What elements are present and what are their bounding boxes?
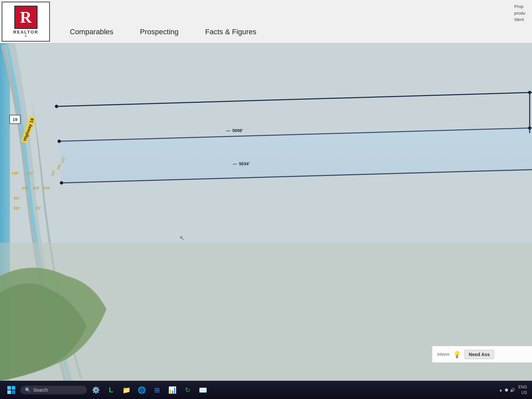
top-navigation: R REALTOR ® Comparables Prospecting Fact… bbox=[0, 0, 532, 43]
nav-facts-figures[interactable]: Facts & Figures bbox=[202, 26, 260, 38]
info-bar: Inform 💡 Need Ass bbox=[432, 346, 532, 362]
dim-112: 112' bbox=[50, 170, 56, 177]
dim-476-1: 476' bbox=[22, 186, 29, 190]
taskbar-app-folder[interactable]: 📁 bbox=[120, 384, 133, 396]
system-lang: ENG bbox=[518, 384, 527, 390]
info-icon: 💡 bbox=[453, 350, 461, 358]
taskbar-app-gear[interactable]: ⚙️ bbox=[89, 384, 102, 396]
nav-right-line2: produ bbox=[514, 10, 525, 17]
windows-logo-icon bbox=[7, 386, 15, 394]
svg-point-5 bbox=[528, 91, 531, 94]
taskbar-clock[interactable]: ENG US bbox=[518, 384, 527, 396]
svg-marker-3 bbox=[59, 128, 532, 183]
system-locale: US bbox=[518, 390, 527, 396]
highway-name-label: Highway 19 bbox=[21, 116, 36, 143]
taskbar-app-edge[interactable]: 🌐 bbox=[135, 384, 148, 396]
taskbar-app-store[interactable]: ⊞ bbox=[151, 384, 163, 396]
dim-476-3: 476' bbox=[43, 186, 50, 190]
windows-taskbar: 🔍 Search ⚙️ L 📁 🌐 ⊞ 📊 ↻ ✉️ ▲ ⬟ 🔊 ENG US bbox=[0, 381, 532, 399]
info-label: Inform bbox=[437, 352, 450, 357]
dim-476-2: 476' bbox=[33, 186, 40, 190]
svg-line-2 bbox=[62, 170, 532, 183]
taskbar-system-tray: ▲ ⬟ 🔊 ENG US bbox=[499, 384, 527, 396]
svg-line-1 bbox=[59, 128, 532, 141]
taskbar-search-label: Search bbox=[33, 387, 48, 393]
nav-right-line1: Prop bbox=[514, 3, 525, 10]
measurement-5034: 5034' bbox=[233, 161, 250, 166]
nav-prospecting[interactable]: Prospecting bbox=[137, 26, 182, 38]
tray-network: ⬟ bbox=[505, 388, 508, 392]
svg-point-9 bbox=[60, 181, 63, 185]
highway-number: 19 bbox=[13, 117, 17, 122]
taskbar-app-l[interactable]: L bbox=[105, 384, 117, 396]
tray-volume: 🔊 bbox=[510, 388, 515, 392]
svg-line-0 bbox=[57, 92, 532, 106]
map-area: 19 Highway 19 5006' 5034' 149' 111' 476'… bbox=[0, 43, 532, 381]
map-svg-overlay bbox=[0, 43, 532, 381]
nav-right-info: Prop produ Ident bbox=[514, 3, 525, 23]
realtor-r-icon: R bbox=[14, 6, 38, 29]
dim-281: 281' bbox=[56, 163, 62, 170]
dim-171: 171' bbox=[60, 156, 66, 164]
nav-right-line3: Ident bbox=[514, 16, 525, 23]
taskbar-app-refresh[interactable]: ↻ bbox=[181, 384, 194, 396]
dim-481: 481' bbox=[13, 196, 20, 200]
realtor-brand-text: REALTOR bbox=[13, 30, 39, 35]
mouse-cursor: ↖ bbox=[180, 234, 185, 241]
svg-point-6 bbox=[528, 126, 531, 130]
nav-menu: Comparables Prospecting Facts & Figures bbox=[66, 26, 260, 40]
measurement-5006: 5006' bbox=[226, 128, 243, 133]
svg-point-8 bbox=[58, 140, 61, 143]
tray-chevron[interactable]: ▲ bbox=[499, 388, 503, 392]
dim-163: 163' bbox=[13, 206, 20, 210]
nav-comparables[interactable]: Comparables bbox=[66, 26, 117, 38]
taskbar-app-mail[interactable]: ✉️ bbox=[197, 384, 209, 396]
svg-point-7 bbox=[55, 105, 58, 108]
highway-badge: 19 bbox=[9, 115, 21, 124]
windows-start-button[interactable] bbox=[5, 384, 18, 396]
realtor-logo: R REALTOR ® bbox=[2, 2, 50, 42]
taskbar-search-box[interactable]: 🔍 Search bbox=[20, 386, 87, 394]
dim-25: 25' bbox=[36, 206, 41, 210]
taskbar-tray-icons: ▲ ⬟ 🔊 bbox=[499, 388, 515, 392]
water-strip bbox=[0, 43, 10, 381]
need-assistance-button[interactable]: Need Ass bbox=[465, 350, 494, 359]
taskbar-app-chart[interactable]: 📊 bbox=[166, 384, 179, 396]
taskbar-search-icon: 🔍 bbox=[25, 387, 31, 393]
realtor-trademark: ® bbox=[25, 35, 27, 38]
dim-149: 149' bbox=[12, 171, 19, 175]
dim-111: 111' bbox=[27, 171, 34, 175]
